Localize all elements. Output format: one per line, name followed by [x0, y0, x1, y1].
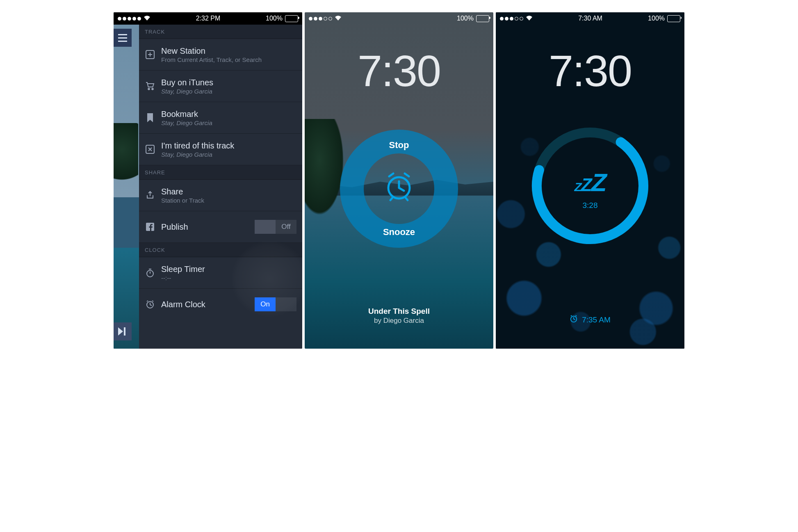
status-bar: 100% — [305, 12, 493, 25]
alarm-ring-control[interactable]: Stop Snooze — [340, 129, 458, 248]
track-title: Under This Spell — [305, 307, 493, 316]
menu-item-tired[interactable]: I'm tired of this track Stay, Diego Garc… — [139, 134, 302, 165]
signal-dots-icon — [118, 17, 141, 21]
current-time: 7:30 — [496, 45, 684, 96]
menu-item-title: Bookmark — [161, 110, 296, 119]
menu-item-subtitle: Stay, Diego Garcia — [161, 151, 296, 158]
screen-alarm-ringing: 100% 7:30 Stop Snooze Under This Spell b… — [305, 12, 493, 349]
battery-percent: 100% — [457, 15, 474, 22]
next-track-button[interactable] — [114, 322, 132, 340]
menu-item-new-station[interactable]: New Station From Current Artist, Track, … — [139, 39, 302, 71]
battery-icon — [476, 15, 489, 22]
menu-item-title: Sleep Timer — [161, 265, 296, 274]
menu-item-buy[interactable]: Buy on iTunes Stay, Diego Garcia — [139, 71, 302, 102]
share-icon — [145, 191, 155, 200]
now-playing: Under This Spell by Diego Garcia — [305, 307, 493, 325]
alarm-clock-icon — [145, 300, 155, 309]
bookmark-icon — [145, 113, 155, 122]
next-alarm-time: 7:35 AM — [582, 315, 611, 324]
snooze-label[interactable]: Snooze — [340, 227, 458, 237]
wifi-icon — [335, 15, 342, 22]
toggle-label: Off — [276, 220, 296, 234]
menu-item-publish[interactable]: Publish Off — [139, 211, 302, 243]
signal-dots-icon — [500, 17, 523, 21]
battery-icon — [667, 15, 680, 22]
track-artist: by Diego Garcia — [305, 317, 493, 325]
battery-icon — [285, 15, 298, 22]
section-header-track: TRACK — [139, 25, 302, 39]
menu-item-title: Buy on iTunes — [161, 78, 296, 87]
menu-button[interactable] — [114, 29, 132, 47]
menu-item-subtitle: Station or Track — [161, 197, 296, 204]
menu-item-bookmark[interactable]: Bookmark Stay, Diego Garcia — [139, 102, 302, 134]
alarm-toggle[interactable]: On — [255, 297, 296, 311]
menu-item-subtitle: From Current Artist, Track, or Search — [161, 56, 296, 63]
status-bar: 7:30 AM 100% — [496, 12, 684, 25]
background-photo — [114, 12, 142, 349]
menu-item-share[interactable]: Share Station or Track — [139, 180, 302, 211]
svg-point-1 — [148, 88, 150, 90]
sleep-zzz-icon: ZZZ — [574, 168, 606, 197]
screen-snooze: 7:30 AM 100% 7:30 ZZZ 3:28 7:35 AM — [496, 12, 684, 349]
snooze-ring[interactable]: ZZZ 3:28 — [527, 122, 654, 249]
menu-item-title: Publish — [161, 222, 249, 232]
battery-percent: 100% — [648, 15, 665, 22]
stop-label[interactable]: Stop — [340, 140, 458, 151]
x-box-icon — [145, 145, 155, 154]
menu-item-alarm-clock[interactable]: Alarm Clock On — [139, 289, 302, 320]
menu-item-title: I'm tired of this track — [161, 141, 296, 151]
menu-panel: TRACK New Station From Current Artist, T… — [139, 25, 302, 349]
wifi-icon — [144, 15, 150, 22]
status-time: 2:32 PM — [196, 15, 221, 22]
alarm-clock-icon — [570, 315, 578, 325]
timer-icon — [145, 268, 155, 277]
toggle-label: On — [255, 297, 276, 311]
menu-item-subtitle: --:-- — [161, 274, 296, 281]
wifi-icon — [526, 15, 533, 22]
menu-item-title: Alarm Clock — [161, 300, 249, 309]
facebook-icon — [145, 223, 155, 231]
status-bar: 2:32 PM 100% — [114, 12, 302, 25]
svg-point-2 — [152, 88, 153, 90]
cart-icon — [145, 82, 155, 90]
signal-dots-icon — [309, 17, 332, 21]
menu-item-title: Share — [161, 187, 296, 196]
alarm-clock-icon — [383, 171, 415, 203]
publish-toggle[interactable]: Off — [255, 220, 296, 234]
screen-track-menu: 2:32 PM 100% TRACK New Station From Curr… — [114, 12, 302, 349]
menu-item-subtitle: Stay, Diego Garcia — [161, 88, 296, 95]
menu-item-subtitle: Stay, Diego Garcia — [161, 119, 296, 126]
alarm-time: 7:30 — [305, 45, 493, 96]
next-alarm: 7:35 AM — [496, 315, 684, 325]
status-time: 7:30 AM — [578, 15, 602, 22]
section-header-clock: CLOCK — [139, 243, 302, 257]
section-header-share: SHARE — [139, 165, 302, 180]
snooze-countdown: 3:28 — [527, 201, 654, 210]
plus-box-icon — [145, 50, 155, 59]
menu-item-sleep-timer[interactable]: Sleep Timer --:-- — [139, 257, 302, 289]
menu-item-title: New Station — [161, 46, 296, 56]
battery-percent: 100% — [266, 15, 283, 22]
